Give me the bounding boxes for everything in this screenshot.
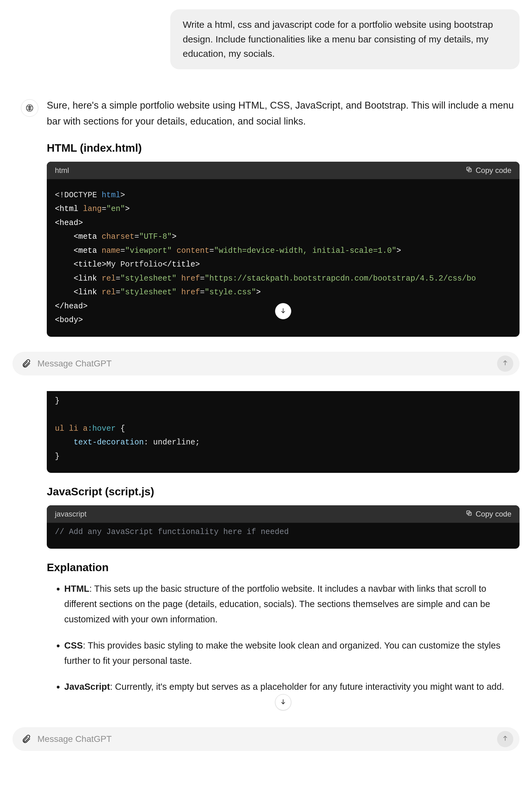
scroll-down-button[interactable]: [275, 303, 291, 319]
user-message-bubble: Write a html, css and javascript code fo…: [170, 10, 519, 69]
message-input-bar[interactable]: Message ChatGPT: [13, 727, 519, 751]
explanation-list: HTML: This sets up the basic structure o…: [47, 581, 519, 695]
arrow-down-icon: [280, 307, 287, 315]
arrow-down-icon: [280, 698, 287, 706]
arrow-up-icon: [502, 735, 509, 743]
assistant-avatar: [21, 99, 38, 117]
user-message-text: Write a html, css and javascript code fo…: [183, 19, 493, 59]
attachment-icon[interactable]: [21, 358, 31, 369]
explanation-item-js: JavaScript: Currently, it's empty but se…: [64, 679, 519, 694]
scroll-down-button[interactable]: [275, 694, 291, 710]
copy-code-label: Copy code: [476, 510, 511, 519]
code-header: html Copy code: [47, 162, 519, 179]
copy-icon: [466, 510, 472, 519]
html-section-title: HTML (index.html): [47, 142, 519, 154]
code-content-js: // Add any JavaScript functionality here…: [47, 523, 519, 549]
message-input-bar[interactable]: Message ChatGPT: [13, 352, 519, 376]
code-language-label: html: [55, 166, 69, 175]
explanation-title: Explanation: [47, 561, 519, 574]
attachment-icon[interactable]: [21, 733, 31, 745]
send-button[interactable]: [497, 731, 513, 747]
code-language-label: javascript: [55, 510, 87, 519]
assistant-intro-text: Sure, here's a simple portfolio website …: [47, 97, 519, 129]
code-block-css-continued: } ul li a:hover { text-decoration: under…: [47, 391, 519, 473]
message-input-placeholder: Message ChatGPT: [37, 734, 491, 744]
explanation-item-html: HTML: This sets up the basic structure o…: [64, 581, 519, 627]
copy-code-button[interactable]: Copy code: [466, 510, 511, 519]
copy-code-button[interactable]: Copy code: [466, 166, 511, 175]
message-input-placeholder: Message ChatGPT: [37, 359, 491, 369]
code-content-css: } ul li a:hover { text-decoration: under…: [47, 391, 519, 473]
copy-icon: [466, 166, 472, 175]
code-header: javascript Copy code: [47, 505, 519, 523]
arrow-up-icon: [502, 360, 509, 368]
explanation-item-css: CSS: This provides basic styling to make…: [64, 638, 519, 669]
code-block-js: javascript Copy code // Add any JavaScri…: [47, 505, 519, 549]
send-button[interactable]: [497, 356, 513, 372]
copy-code-label: Copy code: [476, 166, 511, 175]
js-section-title: JavaScript (script.js): [47, 485, 519, 498]
